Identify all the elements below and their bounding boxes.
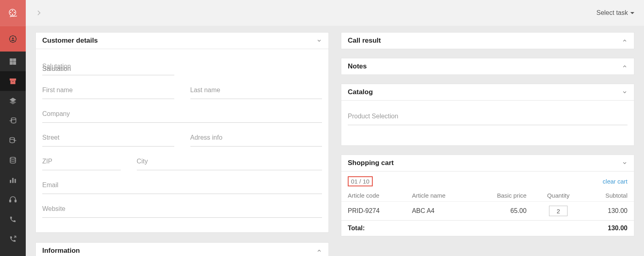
total-value: 130.00 bbox=[584, 221, 634, 236]
clear-cart-link[interactable]: clear cart bbox=[603, 178, 627, 185]
database-in-icon bbox=[8, 116, 17, 125]
panel-header-notes[interactable]: Notes bbox=[341, 58, 634, 74]
database-out-icon bbox=[8, 136, 17, 145]
catalog-body: Product Selection bbox=[341, 101, 634, 145]
sidebar-item-callback[interactable] bbox=[0, 229, 26, 249]
svg-point-18 bbox=[10, 157, 15, 159]
chevron-down-icon bbox=[622, 89, 627, 95]
sidebar-item-stats[interactable] bbox=[0, 170, 26, 190]
total-label: Total: bbox=[341, 221, 405, 236]
cell-qty bbox=[533, 202, 584, 221]
phone-icon bbox=[8, 215, 17, 224]
content: Customer details Salutation bbox=[26, 32, 644, 256]
col-article-code: Article code bbox=[341, 190, 405, 202]
field-salutation: Salutation bbox=[42, 63, 174, 75]
address-info-input[interactable] bbox=[190, 134, 322, 147]
panel-title: Call result bbox=[348, 37, 381, 45]
svg-rect-23 bbox=[15, 200, 16, 202]
panel-shopping-cart: Shopping cart 01 / 10 clear cart Article… bbox=[341, 155, 634, 236]
sidebar-brand[interactable] bbox=[0, 0, 26, 26]
chevron-down-icon bbox=[622, 160, 627, 166]
chevron-down-icon bbox=[316, 38, 322, 43]
cell-price: 65.00 bbox=[472, 202, 533, 221]
company-input[interactable] bbox=[42, 110, 322, 123]
street-input[interactable] bbox=[42, 134, 174, 147]
field-city: City bbox=[137, 158, 322, 170]
city-input[interactable] bbox=[137, 158, 322, 170]
last-name-input[interactable] bbox=[190, 87, 322, 99]
quantity-input[interactable] bbox=[549, 206, 568, 216]
database-icon bbox=[8, 156, 17, 165]
svg-point-2 bbox=[10, 12, 11, 13]
app-root: Select task Customer details bbox=[0, 0, 644, 256]
panel-header-information[interactable]: Information bbox=[36, 243, 328, 256]
first-name-input[interactable] bbox=[42, 87, 174, 99]
svg-point-4 bbox=[12, 14, 13, 15]
svg-rect-11 bbox=[10, 78, 16, 80]
sidebar-item-export[interactable] bbox=[0, 130, 26, 150]
zip-input[interactable] bbox=[42, 158, 121, 170]
sidebar-item-call[interactable] bbox=[0, 209, 26, 229]
panel-header-catalog[interactable]: Catalog bbox=[341, 84, 634, 101]
chevron-up-icon bbox=[622, 38, 627, 43]
sidebar-item-database[interactable] bbox=[0, 150, 26, 170]
caret-down-icon bbox=[630, 12, 634, 14]
sidebar bbox=[0, 0, 26, 256]
svg-point-17 bbox=[10, 137, 15, 139]
field-product-selection: Product Selection bbox=[348, 113, 627, 125]
svg-point-1 bbox=[12, 10, 13, 11]
sidebar-item-dashboard[interactable] bbox=[0, 52, 26, 71]
svg-rect-22 bbox=[10, 200, 11, 202]
cart-table: Article code Article name Basic price Qu… bbox=[341, 190, 634, 236]
svg-point-16 bbox=[11, 118, 16, 120]
panel-title: Catalog bbox=[348, 88, 373, 96]
phone-callback-icon bbox=[8, 235, 17, 244]
chevron-up-icon bbox=[316, 248, 322, 254]
panel-title: Customer details bbox=[42, 37, 98, 45]
panel-notes: Notes bbox=[341, 58, 634, 75]
product-selection-input[interactable] bbox=[348, 113, 627, 125]
sidebar-item-layers[interactable] bbox=[0, 91, 26, 111]
sidebar-item-import[interactable] bbox=[0, 111, 26, 130]
sidebar-item-archive[interactable] bbox=[0, 71, 26, 91]
bar-chart-icon bbox=[8, 175, 17, 184]
chevron-up-icon bbox=[622, 64, 627, 69]
cart-header-row: Article code Article name Basic price Qu… bbox=[341, 190, 634, 202]
cell-code: PRID-9274 bbox=[341, 202, 405, 221]
panel-header-customer-details[interactable]: Customer details bbox=[36, 33, 328, 49]
field-first-name: First name bbox=[42, 87, 174, 99]
field-website: Website bbox=[42, 205, 322, 218]
panel-header-call-result[interactable]: Call result bbox=[341, 33, 634, 49]
svg-rect-9 bbox=[10, 62, 13, 64]
panel-header-shopping-cart[interactable]: Shopping cart bbox=[341, 155, 634, 171]
customer-form: Salutation First name Last name bbox=[36, 49, 328, 232]
field-last-name: Last name bbox=[190, 87, 322, 99]
sidebar-item-support[interactable] bbox=[0, 190, 26, 209]
col-basic-price: Basic price bbox=[472, 190, 533, 202]
svg-rect-10 bbox=[13, 62, 16, 64]
website-input[interactable] bbox=[42, 205, 322, 218]
salutation-input[interactable] bbox=[42, 63, 174, 75]
email-input[interactable] bbox=[42, 182, 322, 194]
grid-icon bbox=[8, 57, 17, 66]
field-street: Street bbox=[42, 134, 174, 147]
spacer bbox=[26, 26, 644, 32]
select-task-label: Select task bbox=[597, 9, 628, 17]
layers-icon bbox=[8, 97, 17, 105]
col-article-name: Article name bbox=[405, 190, 472, 202]
col-subtotal: Subtotal bbox=[584, 190, 634, 202]
breadcrumb-chevron-icon[interactable] bbox=[35, 8, 42, 18]
svg-marker-15 bbox=[10, 100, 17, 104]
archive-icon bbox=[8, 77, 17, 86]
panel-title: Shopping cart bbox=[348, 159, 394, 167]
svg-rect-20 bbox=[12, 178, 13, 183]
col-quantity: Quantity bbox=[533, 190, 584, 202]
cart-total-row: Total: 130.00 bbox=[341, 221, 634, 236]
select-task-dropdown[interactable]: Select task bbox=[597, 9, 634, 17]
panel-title: Notes bbox=[348, 62, 367, 70]
panel-customer-details: Customer details Salutation bbox=[35, 32, 329, 233]
film-reel-icon bbox=[8, 8, 17, 17]
cart-meta: 01 / 10 clear cart bbox=[341, 171, 634, 190]
sidebar-item-admin[interactable] bbox=[0, 26, 26, 52]
main: Select task Customer details bbox=[26, 0, 644, 256]
